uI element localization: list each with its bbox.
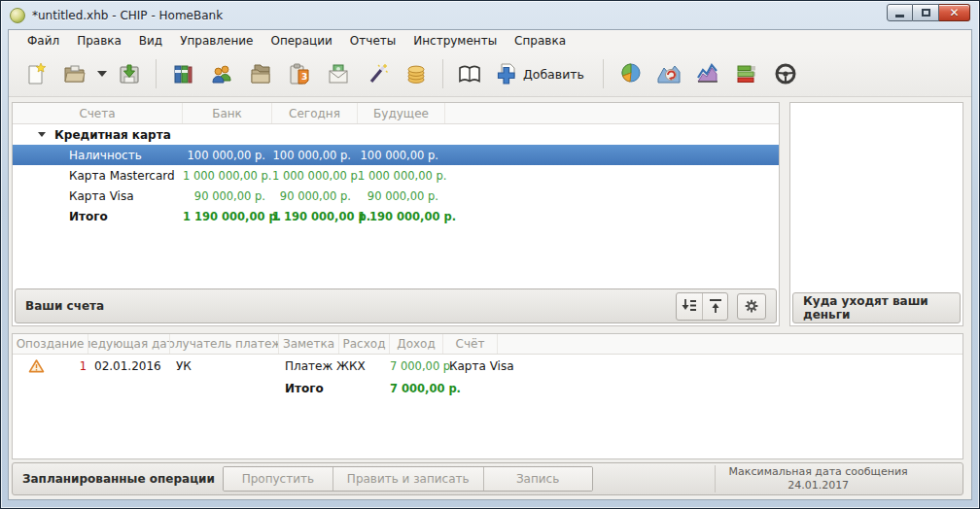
- accounts-table-header: Счета Банк Сегодня Будущее: [13, 103, 779, 124]
- add-icon: [495, 62, 518, 85]
- magic-wand-icon: [366, 62, 389, 85]
- menu-file[interactable]: Файл: [18, 31, 68, 51]
- column-header-memo[interactable]: Заметка: [279, 334, 339, 354]
- budget-report-button[interactable]: [728, 55, 765, 92]
- column-header-late[interactable]: Опоздание: [13, 334, 88, 354]
- table-row-visa[interactable]: Карта Visa 90 000,00 р. 90 000,00 р. 90 …: [13, 186, 779, 206]
- window-controls: ✕: [887, 4, 970, 21]
- budget-icon: [327, 62, 350, 85]
- account-cell: Карта Visa: [443, 359, 498, 373]
- scheduled-icon: 3: [288, 62, 311, 85]
- balance-report-button[interactable]: [650, 55, 687, 92]
- budget-button[interactable]: [320, 55, 357, 92]
- assignments-button[interactable]: [359, 55, 396, 92]
- column-header-accounts[interactable]: Счета: [13, 103, 183, 123]
- late-count: 1: [80, 359, 87, 373]
- accounts-button[interactable]: [164, 55, 201, 92]
- column-header-future[interactable]: Будущее: [358, 103, 445, 123]
- trend-report-button[interactable]: [689, 55, 726, 92]
- account-group-label: Кредитная карта: [54, 128, 171, 142]
- save-button[interactable]: [111, 55, 148, 92]
- scheduled-row[interactable]: 1 02.01.2016 УК Платеж ЖКХ 7 000,00 р. К…: [13, 355, 962, 377]
- scheduled-total-label: Итого: [279, 382, 339, 395]
- window-content: Файл Правка Вид Управление Операции Отче…: [8, 29, 972, 500]
- menu-reports[interactable]: Отчеты: [341, 31, 404, 51]
- minimize-button[interactable]: [887, 4, 913, 21]
- categories-icon: [249, 62, 272, 85]
- main-area: Счета Банк Сегодня Будущее Кредитная кар…: [12, 102, 963, 326]
- close-button[interactable]: ✕: [939, 4, 970, 21]
- column-header-next-date[interactable]: следующая дата: [88, 334, 170, 354]
- add-button-label: Добавить: [523, 67, 584, 82]
- new-file-button[interactable]: [18, 55, 54, 92]
- accounts-footer-bar: Ваши счета: [15, 288, 777, 323]
- steering-wheel-icon: [774, 62, 797, 85]
- open-folder-icon: [62, 62, 88, 85]
- expand-all-button[interactable]: [677, 293, 702, 320]
- titlebar[interactable]: *untitled.xhb - CHIP - HomeBank ✕: [2, 2, 978, 29]
- categories-button[interactable]: [242, 55, 279, 92]
- close-icon: ✕: [949, 7, 959, 18]
- column-header-income[interactable]: Доход: [390, 334, 443, 354]
- accounts-settings-button[interactable]: [737, 293, 766, 320]
- accounts-panel: Счета Банк Сегодня Будущее Кредитная кар…: [12, 102, 780, 326]
- payees-button[interactable]: [203, 55, 240, 92]
- table-row-cash[interactable]: Наличность 100 000,00 р. 100 000,00 р. 1…: [13, 145, 779, 165]
- scheduled-footer-bar: Запланированные операции Пропустить Прав…: [12, 462, 963, 495]
- collapse-all-button[interactable]: [702, 293, 727, 320]
- trend-chart-icon: [695, 62, 720, 85]
- max-post-date-value: 24.01.2017: [729, 479, 908, 492]
- post-button[interactable]: Запись: [483, 467, 592, 491]
- statistics-report-button[interactable]: [612, 55, 648, 92]
- column-header-expense[interactable]: Расход: [339, 334, 390, 354]
- edit-and-post-button[interactable]: Править и записать: [332, 467, 483, 491]
- menu-view[interactable]: Вид: [130, 31, 171, 51]
- minimize-icon: [895, 15, 904, 17]
- toolbar: 3 Добавить: [9, 51, 971, 97]
- column-header-payee[interactable]: Получатель платежа: [170, 334, 279, 354]
- chart-footer-label: Куда уходят ваши деньги: [803, 294, 950, 322]
- scheduled-button[interactable]: 3: [281, 55, 318, 92]
- balance-chart-icon: [656, 62, 682, 85]
- gear-icon: [743, 297, 760, 315]
- maximize-button[interactable]: [913, 4, 939, 21]
- report-button[interactable]: [451, 55, 488, 92]
- max-post-date-info: Максимальная дата сообщения 24.01.2017: [715, 465, 908, 493]
- column-header-filler: [498, 334, 962, 354]
- maximize-icon: [922, 9, 930, 17]
- account-group-row[interactable]: Кредитная карта: [13, 124, 779, 145]
- coins-icon: [404, 62, 428, 85]
- warning-icon: [28, 358, 45, 374]
- menu-tools[interactable]: Инструменты: [404, 31, 506, 51]
- column-header-bank[interactable]: Банк: [183, 103, 272, 123]
- add-transaction-button[interactable]: Добавить: [489, 55, 596, 92]
- accounts-footer-buttons: [676, 292, 766, 321]
- menu-transactions[interactable]: Операции: [262, 31, 340, 51]
- collapse-all-icon: [707, 297, 724, 315]
- currencies-button[interactable]: [398, 55, 435, 92]
- table-row-total: Итого 1 190 000,00 р. 1 190 000,00 р. 1 …: [13, 206, 779, 226]
- open-file-button[interactable]: [56, 55, 93, 92]
- skip-button[interactable]: Пропустить: [224, 467, 332, 491]
- table-row-mastercard[interactable]: Карта Mastercard 1 000 000,00 р. 1 000 0…: [13, 165, 779, 186]
- tree-expander-icon[interactable]: [38, 132, 46, 137]
- vehicle-cost-button[interactable]: [767, 55, 804, 92]
- homebank-app-icon: [10, 8, 25, 23]
- spending-chart-area: [790, 103, 962, 290]
- menu-edit[interactable]: Правка: [68, 31, 130, 51]
- menu-help[interactable]: Справка: [506, 31, 575, 51]
- menu-manage[interactable]: Управление: [171, 31, 262, 51]
- next-date-cell: 02.01.2016: [88, 359, 170, 373]
- chart-footer-bar: Куда уходят ваши деньги: [792, 292, 961, 323]
- accounts-table: Счета Банк Сегодня Будущее Кредитная кар…: [13, 103, 779, 287]
- scheduled-action-buttons: Пропустить Править и записать Запись: [223, 466, 593, 492]
- open-recent-dropdown[interactable]: [94, 55, 110, 92]
- column-header-today[interactable]: Сегодня: [272, 103, 358, 123]
- toolbar-separator: [603, 59, 604, 88]
- scheduled-footer-label: Запланированные операции: [22, 472, 215, 486]
- income-cell: 7 000,00 р.: [390, 359, 443, 373]
- chevron-down-icon: [97, 71, 107, 77]
- column-header-account[interactable]: Счёт: [443, 334, 498, 354]
- window-title: *untitled.xhb - CHIP - HomeBank: [32, 9, 223, 22]
- scheduled-total-row: Итого 7 000,00 р.: [13, 377, 962, 399]
